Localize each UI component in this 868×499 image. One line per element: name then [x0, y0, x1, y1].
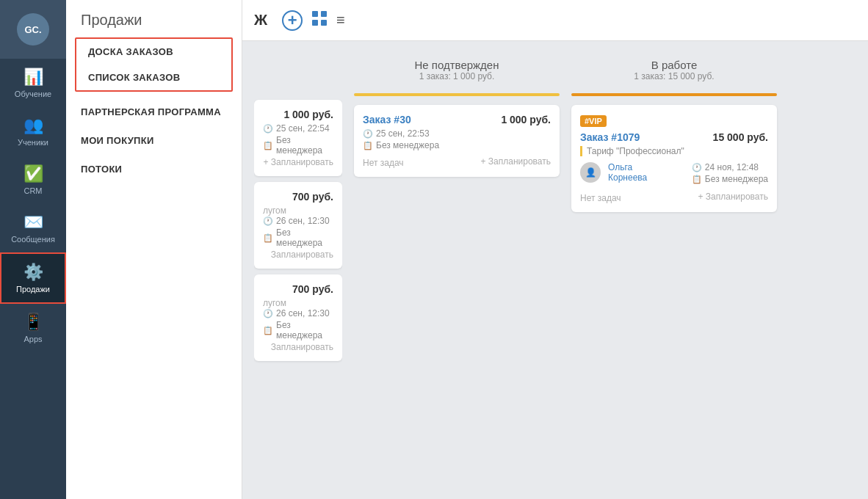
sidebar-item-sales[interactable]: ⚙️ Продажи [0, 252, 66, 304]
card-amount: 15 000 руб. [713, 131, 768, 143]
card-manager: 📋 Без менеджера [692, 174, 768, 184]
sidebar-item-crm[interactable]: ✅ CRM [0, 156, 66, 204]
kanban-column-in-progress: В работе 1 заказ: 15 000 руб. #VIP Заказ… [571, 53, 777, 487]
students-icon: 👥 [23, 116, 43, 135]
svg-rect-2 [312, 20, 318, 26]
card-tasks: Нет задач [363, 158, 404, 168]
card-manager: 📋 Без менеджера [363, 140, 551, 150]
sidebar-item-label: Сообщения [11, 235, 55, 244]
sidebar-item-label: Apps [23, 335, 42, 343]
kanban-card: Заказ #30 1 000 руб. 🕐 25 сен, 22:53 📋 Б… [354, 105, 560, 177]
clock-icon: 🕐 [263, 216, 273, 226]
menu-section-highlighted: ДОСКА ЗАКАЗОВ СПИСОК ЗАКАЗОВ [75, 37, 233, 92]
kanban-board: 1 000 руб. 🕐 25 сен, 22:54 📋 Без менедже… [242, 41, 868, 499]
learning-icon: 📊 [23, 68, 43, 87]
card-action[interactable]: + Запланировать [698, 192, 768, 202]
kanban-column-not-confirmed: Не подтвержден 1 заказ: 1 000 руб. Заказ… [354, 53, 560, 487]
svg-rect-1 [321, 11, 327, 17]
column-title: В работе [574, 59, 774, 71]
order-link[interactable]: Заказ #1079 [580, 131, 640, 143]
card-date: 🕐 24 ноя, 12:48 [692, 162, 768, 172]
card-tasks: Нет задач [580, 193, 621, 203]
kanban-card: 1 000 руб. 🕐 25 сен, 22:54 📋 Без менедже… [254, 100, 342, 176]
client-name[interactable]: ОльгаКорнеева [608, 162, 647, 183]
card-note: лугом [263, 205, 333, 216]
menu-icon[interactable]: ≡ [336, 12, 345, 29]
sales-icon: ⚙️ [23, 263, 43, 282]
menu-item-purchases[interactable]: МОИ ПОКУПКИ [66, 126, 242, 155]
card-action[interactable]: Запланировать [263, 249, 333, 260]
sidebar-item-label: CRM [23, 186, 42, 195]
menu-panel-title: Продажи [66, 0, 242, 37]
kanban-card-vip: #VIP Заказ #1079 15 000 руб. Тариф "Проф… [571, 105, 777, 212]
sidebar-item-learning[interactable]: 📊 Обучение [0, 59, 66, 107]
menu-item-flows[interactable]: ПОТОКИ [66, 155, 242, 183]
order-link[interactable]: Заказ #30 [363, 114, 411, 125]
sidebar-item-apps[interactable]: 📱 Apps [0, 304, 66, 352]
card-manager: 📋 Без менеджера [263, 135, 333, 156]
page-title: Ж [254, 12, 267, 29]
avatar: GC. [17, 13, 49, 45]
sidebar-item-label: Ученики [18, 138, 48, 147]
crm-icon: ✅ [23, 164, 43, 183]
grid-view-icon[interactable] [311, 10, 328, 30]
column-header: Не подтвержден 1 заказ: 1 000 руб. [354, 53, 560, 87]
card-amount: 700 руб. [292, 283, 333, 295]
client-avatar: 👤 [580, 162, 601, 183]
column-subtitle: 1 заказ: 15 000 руб. [574, 71, 774, 81]
sidebar-item-students[interactable]: 👥 Ученики [0, 107, 66, 156]
card-manager: 📋 Без менеджера [263, 320, 333, 340]
sidebar-item-label: Обучение [15, 90, 51, 98]
tariff-label: Тариф "Профессионал" [580, 146, 768, 156]
client-row: 👤 ОльгаКорнеева 🕐 24 ноя, 12:48 📋 Без ме… [580, 162, 768, 186]
column-title: Не подтвержден [357, 59, 557, 71]
manager-icon: 📋 [263, 233, 273, 243]
card-amount: 700 руб. [292, 191, 333, 203]
card-action[interactable]: Запланировать [263, 342, 333, 352]
card-note: лугом [263, 298, 333, 308]
menu-item-partner[interactable]: ПАРТНЕРСКАЯ ПРОГРАММА [66, 98, 242, 126]
clock-icon: 🕐 [263, 124, 273, 134]
kanban-card: 700 руб. лугом 🕐 26 сен, 12:30 📋 Без мен… [254, 182, 342, 269]
manager-icon: 📋 [263, 326, 273, 335]
card-manager: 📋 Без менеджера [263, 227, 333, 248]
card-action[interactable]: + Запланировать [480, 156, 551, 167]
card-date: 🕐 25 сен, 22:54 [263, 123, 333, 134]
vip-badge: #VIP [580, 115, 607, 127]
column-progress-bar [354, 93, 560, 96]
column-progress-bar [571, 93, 777, 96]
menu-item-order-list[interactable]: СПИСОК ЗАКАЗОВ [76, 65, 231, 90]
menu-panel: Продажи ДОСКА ЗАКАЗОВ СПИСОК ЗАКАЗОВ ПАР… [66, 0, 242, 499]
messages-icon: ✉️ [23, 213, 43, 232]
menu-item-order-board[interactable]: ДОСКА ЗАКАЗОВ [76, 39, 231, 65]
card-date: 🕐 25 сен, 22:53 [363, 128, 551, 139]
column-subtitle: 1 заказ: 1 000 руб. [357, 71, 557, 81]
manager-icon: 📋 [363, 141, 373, 150]
kanban-card: 700 руб. лугом 🕐 26 сен, 12:30 📋 Без мен… [254, 274, 342, 361]
card-amount: 1 000 руб. [283, 109, 333, 120]
svg-rect-3 [321, 20, 327, 26]
clock-icon: 🕐 [363, 129, 373, 139]
top-bar: Ж + ≡ [242, 0, 868, 41]
apps-icon: 📱 [23, 313, 43, 332]
main-content: Ж + ≡ 1 000 руб. 🕐 25 сен, 22:54 [242, 0, 868, 499]
add-button[interactable]: + [282, 10, 303, 31]
column-header: В работе 1 заказ: 15 000 руб. [571, 53, 777, 87]
sidebar-item-messages[interactable]: ✉️ Сообщения [0, 204, 66, 252]
manager-icon: 📋 [263, 141, 273, 150]
card-date: 🕐 26 сен, 12:30 [263, 216, 333, 226]
card-action[interactable]: + Запланировать [263, 157, 333, 167]
sidebar: GC. 📊 Обучение 👥 Ученики ✅ CRM ✉️ Сообще… [0, 0, 66, 499]
clock-icon: 🕐 [263, 309, 273, 318]
svg-rect-0 [312, 11, 318, 17]
sidebar-item-label: Продажи [16, 285, 50, 294]
kanban-column-partial: 1 000 руб. 🕐 25 сен, 22:54 📋 Без менедже… [254, 53, 342, 487]
card-date: 🕐 26 сен, 12:30 [263, 308, 333, 318]
avatar-section: GC. [0, 0, 66, 59]
card-amount: 1 000 руб. [501, 114, 551, 125]
manager-icon: 📋 [692, 175, 702, 184]
clock-icon: 🕐 [692, 163, 702, 172]
